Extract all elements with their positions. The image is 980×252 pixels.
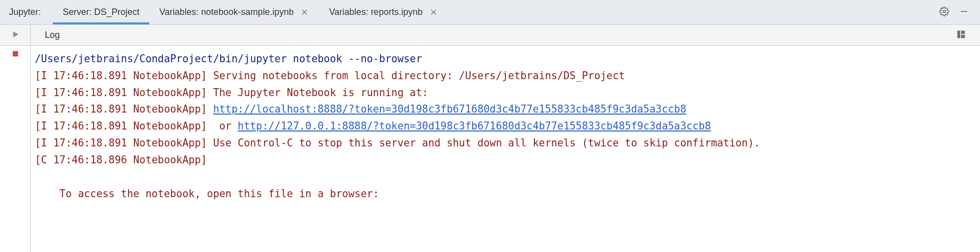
svg-rect-4 [961,30,965,34]
close-icon[interactable]: ✕ [300,7,309,18]
tab-server[interactable]: Server: DS_Project [53,0,149,24]
tab-label: Variables: notebook-sample.ipynb [159,7,294,17]
log-line: To access the notebook, open this file i… [35,188,379,200]
log-line: [I 17:46:18.891 NotebookApp] Use Control… [35,137,760,149]
console-tab-log[interactable]: Log [45,30,60,40]
main-area: /Users/jetbrains/CondaProject/bin/jupyte… [0,46,980,252]
layout-icon[interactable] [956,29,966,41]
svg-marker-2 [13,31,18,37]
svg-point-0 [943,10,946,12]
console-toolbar: Log [0,25,980,46]
minimize-icon[interactable] [954,6,974,18]
tab-variables-notebook-sample[interactable]: Variables: notebook-sample.ipynb ✕ [149,0,319,24]
log-line: [I 17:46:18.891 NotebookApp] http://loca… [35,103,686,115]
console-command: /Users/jetbrains/CondaProject/bin/jupyte… [35,53,422,65]
top-tab-bar: Jupyter: Server: DS_Project Variables: n… [0,0,980,25]
log-line: [I 17:46:18.891 NotebookApp] Serving not… [35,70,625,82]
log-line: [I 17:46:18.891 NotebookApp] The Jupyter… [35,87,428,99]
left-rail-top [0,25,31,45]
gear-icon[interactable] [934,6,954,18]
close-icon[interactable]: ✕ [429,7,438,18]
console-output[interactable]: /Users/jetbrains/CondaProject/bin/jupyte… [31,46,980,252]
svg-rect-6 [12,51,18,57]
toolwindow-title: Jupyter: [9,7,41,17]
left-rail-main [0,46,31,252]
stop-icon[interactable] [11,50,19,60]
run-icon[interactable] [11,30,20,41]
svg-rect-3 [958,30,961,38]
log-line: [C 17:46:18.896 NotebookApp] [35,154,207,166]
svg-rect-5 [961,34,965,38]
log-line: [I 17:46:18.891 NotebookApp] or http://1… [35,120,711,132]
url-link[interactable]: http://localhost:8888/?token=30d198c3fb6… [213,103,686,115]
tab-label: Server: DS_Project [63,7,139,17]
url-link[interactable]: http://127.0.0.1:8888/?token=30d198c3fb6… [238,120,711,132]
tab-variables-reports[interactable]: Variables: reports.ipynb ✕ [319,0,448,24]
tab-label: Variables: reports.ipynb [329,7,423,17]
